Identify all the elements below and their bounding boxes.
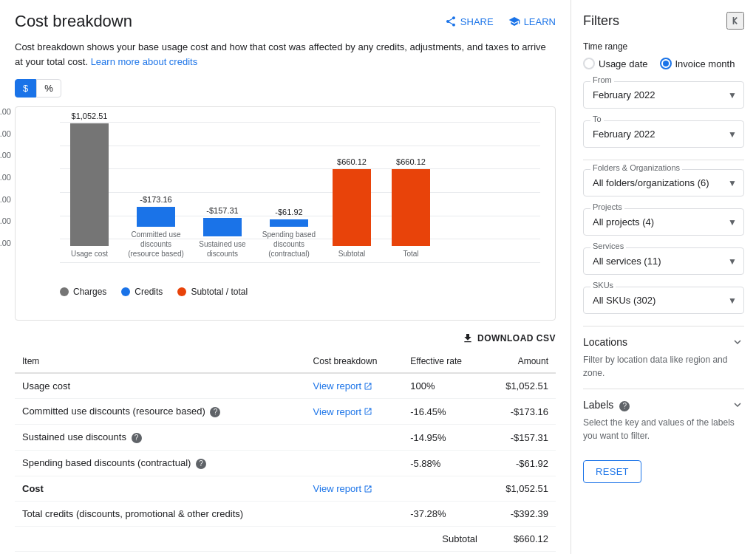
skus-dropdown-wrapper: SKUs All SKUs (302) ▼ — [583, 287, 744, 314]
labels-section: Labels ? Select the key and values of th… — [583, 389, 744, 451]
bar-committed: -$173.16 Committed use discounts (resour… — [126, 195, 185, 259]
folders-label: Folders & Organizations — [590, 163, 682, 172]
usage-date-label: Usage date — [599, 58, 648, 69]
table-row: Usage cost View report 100% $1,052.51 — [15, 373, 556, 399]
projects-label: Projects — [590, 202, 624, 211]
bar-total: $660.12 Total — [385, 157, 437, 259]
skus-label: SKUs — [590, 281, 616, 290]
download-csv-button[interactable]: DOWNLOAD CSV — [462, 332, 556, 344]
filters-sidebar: Filters Time range Usage date Invoice mo… — [571, 0, 756, 554]
from-dropdown-wrapper: From February 2022 ▼ — [583, 81, 744, 109]
chart-legend: Charges Credits Subtotal / total — [60, 287, 540, 297]
projects-filter: Projects All projects (4) ▼ — [583, 208, 744, 236]
from-filter: From February 2022 ▼ — [583, 81, 744, 109]
y-axis: $1,200.00 $1,000.00 $800.00 $600.00 $400… — [0, 107, 11, 247]
projects-dropdown-wrapper: Projects All projects (4) ▼ — [583, 208, 744, 236]
from-label: From — [590, 75, 614, 84]
chart-container: $1,200.00 $1,000.00 $800.00 $600.00 $400… — [15, 106, 556, 321]
invoice-month-label: Invoice month — [675, 58, 735, 69]
locations-description: Filter by location data like region and … — [583, 353, 744, 380]
col-cost-breakdown: Cost breakdown — [306, 350, 403, 373]
to-dropdown[interactable]: February 2022 — [583, 120, 744, 148]
header-actions: SHARE LEARN — [445, 16, 556, 27]
folders-filter: Folders & Organizations All folders/orga… — [583, 169, 744, 196]
labels-title: Labels ? — [583, 399, 630, 411]
labels-chevron-icon — [731, 398, 744, 411]
total-row: Total $660.12 — [15, 552, 556, 555]
projects-dropdown[interactable]: All projects (4) — [583, 208, 744, 236]
sidebar-header: Filters — [583, 12, 744, 30]
reset-button[interactable]: RESET — [583, 460, 641, 483]
locations-toggle[interactable]: Locations — [583, 335, 744, 349]
locations-chevron-icon — [731, 335, 744, 349]
view-report-link[interactable]: View report — [313, 483, 373, 494]
col-item: Item — [15, 350, 306, 373]
main-content: Cost breakdown SHARE LEARN Cost breakdow… — [0, 0, 571, 554]
skus-filter: SKUs All SKUs (302) ▼ — [583, 287, 744, 314]
bar-usage: $1,052.51 Usage cost — [60, 112, 119, 259]
to-label: To — [590, 114, 604, 123]
time-range-options: Usage date Invoice month — [583, 58, 744, 69]
share-button[interactable]: SHARE — [445, 16, 494, 27]
time-range-filter: Time range Usage date Invoice month — [583, 41, 744, 69]
percent-toggle[interactable]: % — [36, 79, 61, 98]
learn-more-link[interactable]: Learn more about credits — [91, 56, 198, 67]
to-dropdown-wrapper: To February 2022 ▼ — [583, 120, 744, 148]
legend-credits: Credits — [121, 287, 163, 297]
legend-charges: Charges — [60, 287, 106, 297]
external-link-icon — [364, 485, 372, 493]
share-icon — [445, 16, 457, 27]
services-label: Services — [590, 242, 626, 250]
help-icon[interactable]: ? — [196, 459, 206, 469]
col-amount: Amount — [485, 350, 556, 373]
external-link-icon — [364, 407, 372, 416]
bar-spending: -$61.92 Spending based discounts (contra… — [259, 208, 319, 259]
to-filter: To February 2022 ▼ — [583, 120, 744, 148]
locations-section: Locations Filter by location data like r… — [583, 326, 744, 389]
page-title: Cost breakdown — [15, 12, 132, 31]
share-label: SHARE — [460, 16, 494, 27]
bar-sustained: -$157.31 Sustained use discounts — [193, 206, 252, 259]
view-report-link[interactable]: View report — [313, 380, 373, 391]
divider — [583, 160, 744, 160]
table-row: Committed use discounts (resource based)… — [15, 399, 556, 425]
labels-toggle[interactable]: Labels ? — [583, 398, 744, 411]
labels-help-icon[interactable]: ? — [619, 401, 630, 411]
usage-date-option[interactable]: Usage date — [583, 58, 648, 69]
table-row: Spending based discounts (contractual) ?… — [15, 451, 556, 476]
services-dropdown[interactable]: All services (11) — [583, 247, 744, 275]
learn-button[interactable]: LEARN — [508, 16, 556, 27]
legend-subtotal-total: Subtotal / total — [177, 287, 248, 297]
table-row: Cost View report $1,052.51 — [15, 476, 556, 502]
labels-description: Select the key and values of the labels … — [583, 416, 744, 442]
folders-dropdown[interactable]: All folders/organizations (6) — [583, 169, 744, 196]
collapse-icon — [728, 13, 743, 28]
description: Cost breakdown shows your base usage cos… — [15, 40, 556, 69]
services-filter: Services All services (11) ▼ — [583, 247, 744, 275]
services-dropdown-wrapper: Services All services (11) ▼ — [583, 247, 744, 275]
locations-title: Locations — [583, 336, 627, 348]
from-dropdown[interactable]: February 2022 — [583, 81, 744, 109]
invoice-month-option[interactable]: Invoice month — [660, 58, 735, 69]
learn-icon — [508, 16, 520, 27]
download-icon — [462, 332, 474, 344]
help-icon[interactable]: ? — [132, 433, 142, 443]
folders-dropdown-wrapper: Folders & Organizations All folders/orga… — [583, 169, 744, 196]
currency-toggle: $ % — [15, 79, 556, 98]
col-effective-rate: Effective rate — [403, 350, 485, 373]
download-row: DOWNLOAD CSV — [15, 332, 556, 344]
view-report-link[interactable]: View report — [313, 406, 373, 417]
collapse-sidebar-button[interactable] — [726, 12, 744, 30]
subtotal-row: Subtotal $660.12 — [15, 527, 556, 552]
page-header: Cost breakdown SHARE LEARN — [15, 12, 556, 31]
time-range-label: Time range — [583, 41, 744, 52]
dollar-toggle[interactable]: $ — [15, 79, 36, 98]
cost-table: Item Cost breakdown Effective rate Amoun… — [15, 350, 556, 554]
table-row: Total credits (discounts, promotional & … — [15, 502, 556, 527]
bar-subtotal: $660.12 Subtotal — [326, 157, 378, 259]
learn-label: LEARN — [524, 16, 556, 27]
help-icon[interactable]: ? — [210, 407, 220, 417]
download-label: DOWNLOAD CSV — [477, 333, 556, 343]
table-row: Sustained use discounts ? -14.95% -$157.… — [15, 425, 556, 451]
skus-dropdown[interactable]: All SKUs (302) — [583, 287, 744, 314]
